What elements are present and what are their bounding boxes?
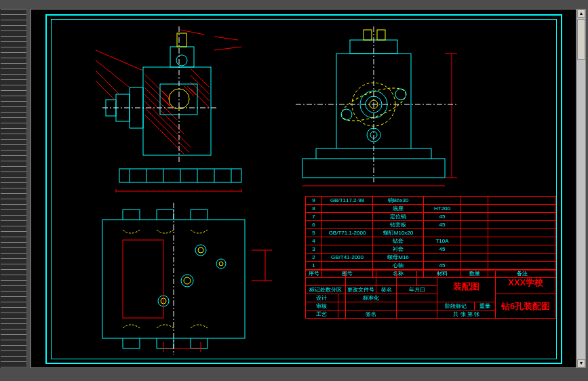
parts-cell: 螺母M16: [373, 254, 424, 262]
parts-row: 9GB/T117.2-98销B6x30: [306, 197, 556, 205]
parts-cell: [488, 229, 556, 237]
svg-point-56: [195, 245, 206, 256]
parts-cell: T10A: [424, 237, 461, 245]
sheet-label: 共 张 第 张: [437, 310, 496, 319]
parts-cell: 45: [424, 221, 461, 229]
svg-point-58: [216, 259, 226, 268]
drawing-name: 钻6孔装配图: [496, 294, 556, 319]
svg-rect-38: [364, 30, 372, 40]
parts-cell: [488, 197, 556, 205]
svg-rect-64: [123, 240, 163, 318]
svg-point-5: [176, 55, 187, 66]
svg-line-20: [162, 91, 170, 99]
role-std: 标准化: [346, 294, 397, 302]
svg-line-27: [96, 81, 116, 101]
parts-cell: GB/T117.2-98: [322, 197, 373, 205]
vertical-scrollbar[interactable]: ▲ ▼: [576, 9, 586, 368]
svg-point-46: [341, 109, 352, 120]
svg-line-7: [144, 74, 170, 100]
revision-date: 年月日: [397, 286, 437, 294]
svg-point-45: [395, 89, 406, 100]
svg-rect-3: [170, 47, 194, 67]
svg-line-8: [144, 81, 170, 106]
parts-cell: [488, 213, 556, 221]
parts-cell: 定位销: [373, 213, 424, 221]
main-title: 装配图: [437, 271, 496, 302]
role-signed: 签名: [346, 310, 397, 319]
svg-point-60: [181, 275, 193, 287]
parts-cell: [424, 197, 461, 205]
parts-row: 1心轴45: [306, 262, 556, 270]
parts-row: 5GB/T71.1-2000螺钉M10x20: [306, 229, 556, 237]
parts-cell: [322, 262, 373, 270]
parts-cell: 衬套: [373, 245, 424, 254]
revision-file: 更改文件号: [346, 286, 376, 294]
svg-line-9: [144, 87, 177, 120]
parts-cell: 1: [306, 262, 322, 270]
scroll-down-button[interactable]: ▼: [577, 359, 585, 367]
parts-cell: 螺钉M10x20: [373, 229, 424, 237]
parts-cell: [488, 262, 556, 270]
parts-cell: 4: [306, 237, 322, 245]
parts-cell: [322, 245, 373, 254]
parts-cell: 底座: [373, 205, 424, 213]
svg-point-61: [184, 277, 191, 284]
parts-cell: 5: [306, 229, 322, 237]
parts-cell: 8: [306, 205, 322, 213]
parts-cell: 销B6x30: [373, 197, 424, 205]
front-section-view: [82, 26, 265, 193]
parts-cell: 45: [424, 213, 461, 221]
svg-point-57: [198, 247, 203, 253]
parts-list-table: 9GB/T117.2-98销B6x308底座HT2007定位销456钻套板455…: [305, 196, 556, 278]
svg-point-59: [219, 262, 223, 266]
parts-cell: [461, 262, 488, 270]
scroll-thumb[interactable]: [577, 19, 585, 60]
parts-cell: 45: [424, 262, 461, 270]
parts-row: 3衬套45: [306, 245, 556, 254]
parts-row: 4钻套T10A: [306, 237, 556, 245]
scroll-up-button[interactable]: ▲: [577, 9, 585, 18]
parts-cell: [322, 221, 373, 229]
revision-mark: 标记处数分区: [306, 286, 346, 294]
parts-cell: [461, 245, 488, 254]
cad-canvas[interactable]: 9GB/T117.2-98销B6x308底座HT2007定位销456钻套板455…: [31, 9, 576, 368]
parts-cell: GB/T41-2000: [322, 254, 373, 262]
revision-sign: 签名: [376, 286, 397, 294]
parts-cell: [461, 254, 488, 262]
parts-cell: 3: [306, 245, 322, 254]
top-view: [82, 199, 279, 359]
parts-cell: [488, 221, 556, 229]
stage-label: 阶段标记: [437, 302, 475, 310]
svg-rect-39: [377, 30, 385, 40]
svg-line-29: [214, 37, 238, 40]
parts-cell: [488, 245, 556, 254]
parts-cell: GB/T71.1-2000: [322, 229, 373, 237]
svg-line-24: [96, 50, 143, 71]
parts-cell: [461, 221, 488, 229]
parts-cell: 7: [306, 213, 322, 221]
parts-cell: [461, 237, 488, 245]
parts-cell: [424, 229, 461, 237]
svg-line-30: [214, 47, 241, 50]
parts-cell: HT200: [424, 205, 461, 213]
parts-cell: 45: [424, 245, 461, 254]
role-design: 设计: [306, 294, 338, 302]
title-info-block: 装配图 XXX学校 标记处数分区 更改文件号 签名 年月日 设计 标准化 钻6孔…: [305, 270, 556, 319]
parts-cell: [461, 205, 488, 213]
parts-cell: 2: [306, 254, 322, 262]
parts-cell: [461, 213, 488, 221]
svg-line-25: [96, 60, 130, 87]
parts-cell: [322, 213, 373, 221]
parts-cell: 钻套: [373, 237, 424, 245]
role-check: 审核: [306, 302, 338, 310]
weight-label: 重量: [475, 302, 496, 310]
parts-cell: [322, 237, 373, 245]
parts-cell: [461, 229, 488, 237]
parts-cell: [488, 237, 556, 245]
side-view: [282, 26, 472, 193]
parts-cell: [424, 254, 461, 262]
parts-row: 2GB/T41-2000螺母M16: [306, 254, 556, 262]
svg-rect-4: [177, 33, 187, 47]
parts-cell: [488, 254, 556, 262]
svg-line-26: [96, 71, 119, 94]
